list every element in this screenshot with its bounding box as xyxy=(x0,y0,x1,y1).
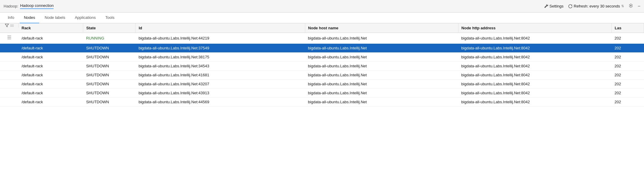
gear-icon xyxy=(629,4,633,8)
row-drag xyxy=(0,53,19,62)
row-host: bigdata-all-ubuntu.Labs.Intellij.Net xyxy=(305,53,458,62)
row-http: bigdata-all-ubuntu.Labs.Intellij.Net:804… xyxy=(458,98,611,107)
row-state: RUNNING xyxy=(83,33,136,44)
rack-column-header[interactable]: Rack xyxy=(19,23,83,33)
table-row[interactable]: /default-rack SHUTDOWN bigdata-all-ubunt… xyxy=(0,98,644,107)
table-row[interactable]: /default-rack SHUTDOWN bigdata-all-ubunt… xyxy=(0,71,644,80)
row-last: 202 xyxy=(612,33,644,44)
row-id: bigdata-all-ubuntu.Labs.Intellij.Net:445… xyxy=(136,98,305,107)
http-column-header[interactable]: Node http address xyxy=(458,23,611,33)
row-state: SHUTDOWN xyxy=(83,71,136,80)
row-host: bigdata-all-ubuntu.Labs.Intellij.Net xyxy=(305,71,458,80)
row-id: bigdata-all-ubuntu.Labs.Intellij.Net:381… xyxy=(136,53,305,62)
row-id: bigdata-all-ubuntu.Labs.Intellij.Net:432… xyxy=(136,80,305,89)
row-host: bigdata-all-ubuntu.Labs.Intellij.Net xyxy=(305,33,458,44)
row-state: SHUTDOWN xyxy=(83,62,136,71)
drag-handle[interactable] xyxy=(10,25,14,27)
row-http: bigdata-all-ubuntu.Labs.Intellij.Net:804… xyxy=(458,33,611,44)
tab-info[interactable]: Info xyxy=(4,13,19,23)
row-drag xyxy=(0,62,19,71)
tab-node-labels[interactable]: Node labels xyxy=(40,13,69,23)
host-column-header[interactable]: Node host name xyxy=(305,23,458,33)
row-rack: /default-rack xyxy=(19,71,83,80)
row-drag xyxy=(0,44,19,53)
row-last: 202 xyxy=(612,89,644,98)
table-row[interactable]: /default-rack SHUTDOWN bigdata-all-ubunt… xyxy=(0,62,644,71)
row-last: 202 xyxy=(612,62,644,71)
svg-rect-0 xyxy=(7,36,11,36)
svg-rect-1 xyxy=(7,37,11,38)
state-column-header[interactable]: State xyxy=(83,23,136,33)
settings-label: Settings xyxy=(549,4,564,8)
row-http: bigdata-all-ubuntu.Labs.Intellij.Net:804… xyxy=(458,89,611,98)
filter-icon xyxy=(5,23,9,28)
chevron-icon: ⇅ xyxy=(621,4,624,8)
title-right: Settings Refresh: every 30 seconds ⇅ − xyxy=(544,4,640,9)
title-bar: Hadoop: Hadoop connection Settings Refre… xyxy=(0,0,644,13)
table-header-row: Rack State Id Node host name Node http a… xyxy=(0,23,644,33)
row-host: bigdata-all-ubuntu.Labs.Intellij.Net xyxy=(305,44,458,53)
row-id: bigdata-all-ubuntu.Labs.Intellij.Net:375… xyxy=(136,44,305,53)
minimize-button[interactable]: − xyxy=(638,4,640,9)
row-state: SHUTDOWN xyxy=(83,80,136,89)
row-http: bigdata-all-ubuntu.Labs.Intellij.Net:804… xyxy=(458,80,611,89)
row-state: SHUTDOWN xyxy=(83,44,136,53)
row-drag xyxy=(0,71,19,80)
table-row[interactable]: /default-rack SHUTDOWN bigdata-all-ubunt… xyxy=(0,44,644,53)
table-row[interactable]: /default-rack RUNNING bigdata-all-ubuntu… xyxy=(0,33,644,44)
row-rack: /default-rack xyxy=(19,98,83,107)
refresh-button[interactable]: Refresh: every 30 seconds ⇅ xyxy=(568,4,624,8)
row-host: bigdata-all-ubuntu.Labs.Intellij.Net xyxy=(305,80,458,89)
row-drag-icon xyxy=(7,35,11,40)
row-host: bigdata-all-ubuntu.Labs.Intellij.Net xyxy=(305,98,458,107)
tabs-bar: Info Nodes Node labels Applications Tool… xyxy=(0,13,644,23)
row-id: bigdata-all-ubuntu.Labs.Intellij.Net:442… xyxy=(136,33,305,44)
tab-tools[interactable]: Tools xyxy=(101,13,119,23)
row-state: SHUTDOWN xyxy=(83,53,136,62)
row-id: bigdata-all-ubuntu.Labs.Intellij.Net:416… xyxy=(136,71,305,80)
row-http: bigdata-all-ubuntu.Labs.Intellij.Net:804… xyxy=(458,44,611,53)
settings-button[interactable]: Settings xyxy=(544,4,564,8)
nodes-table-container: Rack State Id Node host name Node http a… xyxy=(0,23,644,173)
table-row[interactable]: /default-rack SHUTDOWN bigdata-all-ubunt… xyxy=(0,80,644,89)
refresh-label: Refresh: every 30 seconds xyxy=(574,4,620,8)
row-rack: /default-rack xyxy=(19,89,83,98)
row-http: bigdata-all-ubuntu.Labs.Intellij.Net:804… xyxy=(458,71,611,80)
connection-name[interactable]: Hadoop connection xyxy=(20,3,54,9)
row-rack: /default-rack xyxy=(19,44,83,53)
filter-header[interactable] xyxy=(0,23,19,28)
row-last: 202 xyxy=(612,53,644,62)
nodes-table: Rack State Id Node host name Node http a… xyxy=(0,23,644,107)
row-drag xyxy=(0,98,19,107)
table-body: /default-rack RUNNING bigdata-all-ubuntu… xyxy=(0,33,644,107)
row-last: 202 xyxy=(612,98,644,107)
minus-icon: − xyxy=(638,4,640,9)
table-row[interactable]: /default-rack SHUTDOWN bigdata-all-ubunt… xyxy=(0,53,644,62)
row-state: SHUTDOWN xyxy=(83,98,136,107)
row-drag xyxy=(0,33,19,44)
tab-applications[interactable]: Applications xyxy=(71,13,100,23)
row-rack: /default-rack xyxy=(19,33,83,44)
row-last: 202 xyxy=(612,44,644,53)
tab-nodes[interactable]: Nodes xyxy=(20,13,40,23)
title-left: Hadoop: Hadoop connection xyxy=(4,3,54,9)
row-host: bigdata-all-ubuntu.Labs.Intellij.Net xyxy=(305,62,458,71)
hadoop-label: Hadoop: xyxy=(4,4,18,8)
table-row[interactable]: /default-rack SHUTDOWN bigdata-all-ubunt… xyxy=(0,89,644,98)
row-state: SHUTDOWN xyxy=(83,89,136,98)
row-host: bigdata-all-ubuntu.Labs.Intellij.Net xyxy=(305,89,458,98)
row-id: bigdata-all-ubuntu.Labs.Intellij.Net:439… xyxy=(136,89,305,98)
svg-rect-2 xyxy=(7,39,11,39)
id-column-header[interactable]: Id xyxy=(136,23,305,33)
row-drag xyxy=(0,80,19,89)
row-http: bigdata-all-ubuntu.Labs.Intellij.Net:804… xyxy=(458,62,611,71)
row-last: 202 xyxy=(612,80,644,89)
gear-button[interactable] xyxy=(629,4,633,9)
row-drag xyxy=(0,89,19,98)
row-last: 202 xyxy=(612,71,644,80)
row-rack: /default-rack xyxy=(19,53,83,62)
wrench-icon xyxy=(544,4,548,8)
last-column-header[interactable]: Las xyxy=(612,23,644,33)
row-rack: /default-rack xyxy=(19,80,83,89)
row-id: bigdata-all-ubuntu.Labs.Intellij.Net:345… xyxy=(136,62,305,71)
